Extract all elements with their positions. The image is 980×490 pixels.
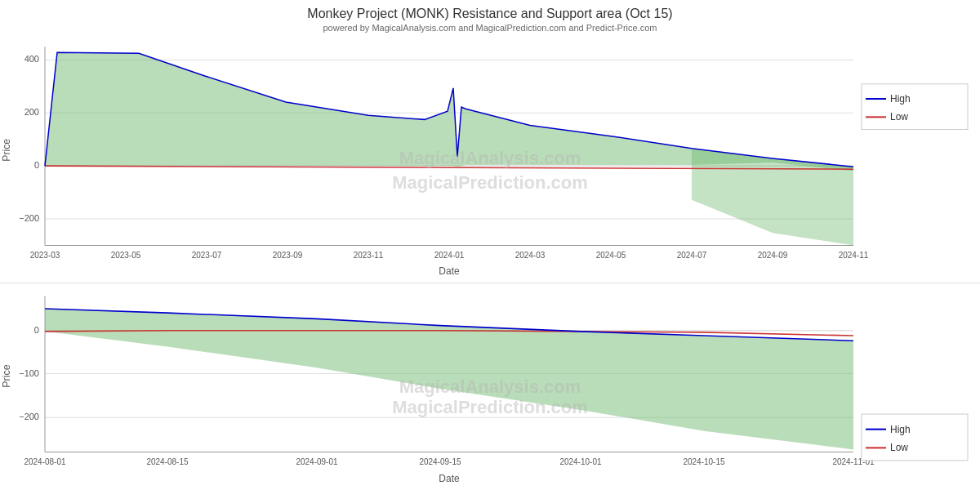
svg-text:2024-07: 2024-07: [677, 251, 707, 260]
svg-text:Date: Date: [439, 265, 460, 277]
bottom-chart: MagicalAnalysis.com MagicalPrediction.co…: [0, 283, 980, 490]
bottom-chart-svg: 0 −100 −200 Price 2024-08-01 2024-08-15 …: [0, 283, 980, 490]
legend-high-label: High: [890, 93, 911, 105]
svg-text:200: 200: [24, 107, 39, 117]
svg-text:2023-11: 2023-11: [354, 251, 384, 260]
main-container: Monkey Project (MONK) Resistance and Sup…: [0, 0, 980, 490]
top-chart: MagicalAnalysis.com MagicalPrediction.co…: [0, 34, 980, 283]
svg-text:Price: Price: [1, 364, 12, 387]
legend-low-label: Low: [890, 111, 908, 122]
top-chart-svg: 400 200 0 −200 Price 2023-03 2023-05 202…: [0, 34, 980, 283]
legend-box-bottom: [862, 414, 968, 461]
svg-text:2024-08-01: 2024-08-01: [24, 457, 65, 466]
svg-text:Date: Date: [439, 472, 460, 483]
green-fill-low-right: [692, 149, 853, 246]
svg-text:400: 400: [24, 54, 39, 64]
charts-area: MagicalAnalysis.com MagicalPrediction.co…: [0, 34, 980, 490]
svg-text:2024-08-15: 2024-08-15: [146, 457, 188, 466]
svg-text:−200: −200: [19, 412, 39, 421]
legend-high-label-b: High: [890, 424, 911, 435]
svg-text:2023-07: 2023-07: [192, 251, 222, 260]
svg-text:2024-09: 2024-09: [758, 251, 788, 260]
chart-subtitle: powered by MagicalAnalysis.com and Magic…: [0, 23, 980, 33]
chart-title: Monkey Project (MONK) Resistance and Sup…: [0, 7, 980, 21]
svg-text:2023-05: 2023-05: [111, 251, 141, 260]
svg-text:−100: −100: [19, 368, 39, 377]
green-fill-bottom: [45, 309, 853, 449]
svg-text:2024-05: 2024-05: [596, 251, 626, 260]
svg-text:2024-01: 2024-01: [434, 251, 465, 260]
svg-text:−200: −200: [19, 213, 39, 223]
svg-text:2024-09-15: 2024-09-15: [419, 457, 461, 466]
svg-text:Price: Price: [1, 139, 12, 162]
svg-text:0: 0: [34, 325, 39, 335]
svg-text:2024-11: 2024-11: [839, 251, 869, 260]
svg-text:2024-10-15: 2024-10-15: [683, 457, 724, 466]
svg-text:2024-10-01: 2024-10-01: [559, 457, 601, 466]
legend-low-label-b: Low: [890, 442, 908, 453]
legend-box-top: [862, 84, 968, 130]
chart-header: Monkey Project (MONK) Resistance and Sup…: [0, 0, 980, 34]
svg-text:2024-09-01: 2024-09-01: [296, 457, 337, 466]
svg-text:0: 0: [34, 160, 39, 170]
svg-text:2024-03: 2024-03: [515, 251, 546, 260]
svg-text:2023-03: 2023-03: [30, 251, 60, 260]
svg-text:2023-09: 2023-09: [273, 251, 303, 260]
